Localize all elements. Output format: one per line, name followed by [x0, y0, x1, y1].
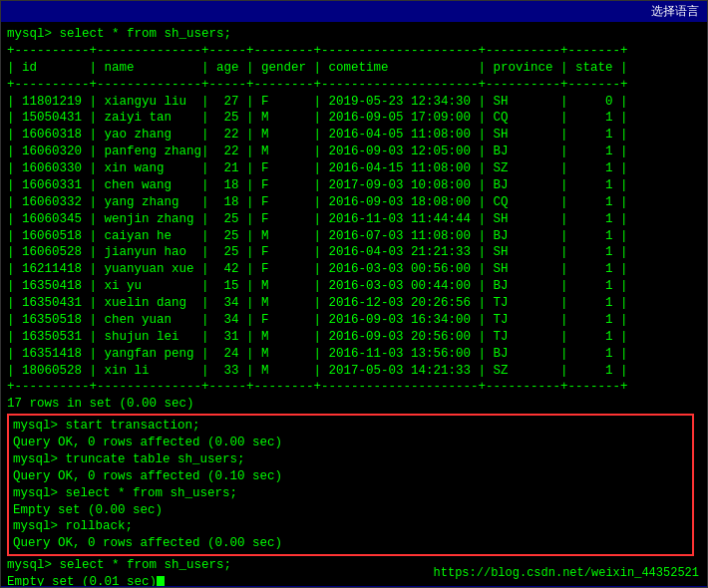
highlighted-line: Query OK, 0 rows affected (0.00 sec): [13, 435, 688, 451]
terminal-line: | 16060332 | yang zhang | 18 | F | 2016-…: [7, 194, 701, 211]
highlighted-line: Empty set (0.00 sec): [13, 502, 688, 519]
terminal-line: +----------+--------------+-----+-------…: [7, 77, 701, 94]
language-selector[interactable]: 选择语言: [651, 5, 699, 19]
terminal-line: | 16350418 | xi yu | 15 | M | 2016-03-03…: [7, 278, 701, 295]
terminal-line: +----------+--------------+-----+-------…: [7, 379, 701, 396]
highlighted-line: mysql> start transaction;: [13, 418, 688, 435]
terminal-line: | 16060330 | xin wang | 21 | F | 2016-04…: [7, 160, 701, 177]
terminal-line: | id | name | age | gender | cometime | …: [7, 60, 701, 77]
terminal-line: | 16350431 | xuelin dang | 34 | M | 2016…: [7, 295, 701, 312]
terminal-content: mysql> select * from sh_users;+---------…: [1, 22, 707, 586]
terminal-line: | 16060318 | yao zhang | 22 | M | 2016-0…: [7, 127, 701, 144]
terminal-line: | 15050431 | zaiyi tan | 25 | M | 2016-0…: [7, 110, 701, 127]
highlighted-line: mysql> truncate table sh_users;: [13, 451, 688, 468]
blog-url: https://blog.csdn.net/weixin_44352521: [434, 566, 699, 580]
terminal-line: | 16211418 | yuanyuan xue | 42 | F | 201…: [7, 261, 701, 278]
highlighted-line: Query OK, 0 rows affected (0.00 sec): [13, 535, 688, 552]
terminal-line: | 16350518 | chen yuan | 34 | F | 2016-0…: [7, 312, 701, 329]
terminal-line: | 16060331 | chen wang | 18 | F | 2017-0…: [7, 177, 701, 194]
terminal-line: | 16351418 | yangfan peng | 24 | M | 201…: [7, 346, 701, 363]
highlighted-line: mysql> rollback;: [13, 518, 688, 535]
terminal-line: | 16060528 | jianyun hao | 25 | F | 2016…: [7, 244, 701, 261]
output-lines: mysql> select * from sh_users;+---------…: [7, 26, 701, 413]
terminal-line: 17 rows in set (0.00 sec): [7, 396, 701, 413]
terminal-line: mysql> select * from sh_users;: [7, 26, 701, 43]
terminal-cursor: [157, 576, 165, 586]
terminal-line: +----------+--------------+-----+-------…: [7, 43, 701, 60]
terminal-line: | 16350531 | shujun lei | 31 | M | 2016-…: [7, 329, 701, 346]
terminal-line: | 16060345 | wenjin zhang | 25 | F | 201…: [7, 211, 701, 228]
top-bar: 选择语言: [1, 1, 707, 22]
highlighted-section: mysql> start transaction;Query OK, 0 row…: [7, 414, 694, 556]
terminal-window: 选择语言 mysql> select * from sh_users;+----…: [0, 0, 708, 588]
highlighted-line: mysql> select * from sh_users;: [13, 485, 688, 502]
highlighted-line: Query OK, 0 rows affected (0.10 sec): [13, 468, 688, 485]
terminal-line: | 16060518 | caiyan he | 25 | M | 2016-0…: [7, 228, 701, 245]
terminal-line: | 11801219 | xiangyu liu | 27 | F | 2019…: [7, 94, 701, 111]
terminal-line: | 18060528 | xin li | 33 | M | 2017-05-0…: [7, 363, 701, 380]
terminal-line: | 16060320 | panfeng zhang| 22 | M | 201…: [7, 144, 701, 160]
